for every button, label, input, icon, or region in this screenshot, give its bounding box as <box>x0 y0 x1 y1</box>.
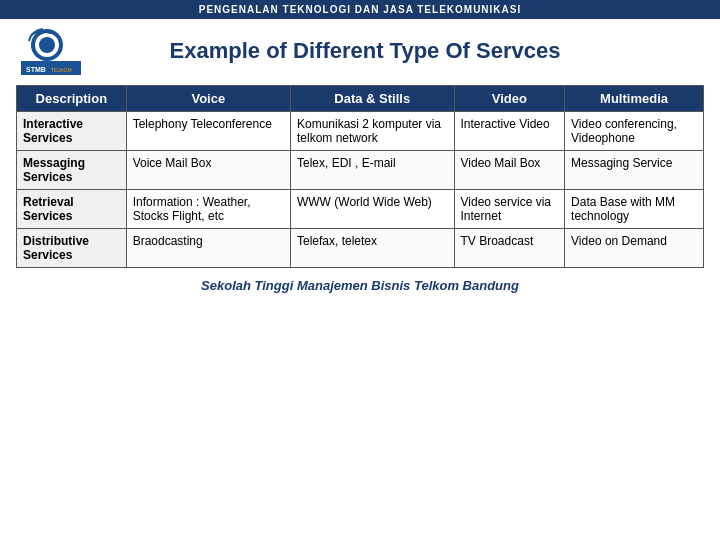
col-header-voice: Voice <box>126 86 290 112</box>
row4-voice: Braodcasting <box>126 229 290 268</box>
page-title: Example of Different Type Of Servces <box>86 38 704 64</box>
row4-video: TV Broadcast <box>454 229 565 268</box>
logo-area: STMB TELKOM <box>16 25 86 77</box>
col-header-data-stills: Data & Stills <box>290 86 454 112</box>
row2-data-stills: Telex, EDI , E-mail <box>290 151 454 190</box>
row2-description: Messaging Services <box>17 151 127 190</box>
row3-voice: Information : Weather, Stocks Flight, et… <box>126 190 290 229</box>
row1-voice: Telephony Teleconference <box>126 112 290 151</box>
table-header-row: Description Voice Data & Stills Video Mu… <box>17 86 704 112</box>
row3-multimedia: Data Base with MM technology <box>565 190 704 229</box>
services-table: Description Voice Data & Stills Video Mu… <box>16 85 704 268</box>
row2-multimedia: Messaging Service <box>565 151 704 190</box>
col-header-multimedia: Multimedia <box>565 86 704 112</box>
row3-data-stills: WWW (World Wide Web) <box>290 190 454 229</box>
table-row: Interactive Services Telephony Teleconfe… <box>17 112 704 151</box>
table-container: Description Voice Data & Stills Video Mu… <box>0 81 720 272</box>
row3-video: Video service via Internet <box>454 190 565 229</box>
row2-video: Video Mail Box <box>454 151 565 190</box>
top-area: STMB TELKOM Example of Different Type Of… <box>0 19 720 81</box>
row1-description: Interactive Services <box>17 112 127 151</box>
footer-text: Sekolah Tinggi Manajemen Bisnis Telkom B… <box>0 278 720 293</box>
row1-data-stills: Komunikasi 2 komputer via telkom network <box>290 112 454 151</box>
table-row: Messaging Services Voice Mail Box Telex,… <box>17 151 704 190</box>
col-header-video: Video <box>454 86 565 112</box>
svg-point-2 <box>39 37 55 53</box>
row2-voice: Voice Mail Box <box>126 151 290 190</box>
row1-video: Interactive Video <box>454 112 565 151</box>
header-title: PENGENALAN TEKNOLOGI DAN JASA TELEKOMUNI… <box>199 4 522 15</box>
stmb-logo: STMB TELKOM <box>21 27 81 75</box>
row3-description: Retrieval Services <box>17 190 127 229</box>
table-row: Distributive Services Braodcasting Telef… <box>17 229 704 268</box>
table-row: Retrieval Services Information : Weather… <box>17 190 704 229</box>
row4-data-stills: Telefax, teletex <box>290 229 454 268</box>
row4-multimedia: Video on Demand <box>565 229 704 268</box>
header-bar: PENGENALAN TEKNOLOGI DAN JASA TELEKOMUNI… <box>0 0 720 19</box>
col-header-description: Description <box>17 86 127 112</box>
svg-text:STMB: STMB <box>26 66 46 73</box>
row4-description: Distributive Services <box>17 229 127 268</box>
row1-multimedia: Video conferencing, Videophone <box>565 112 704 151</box>
svg-text:TELKOM: TELKOM <box>51 67 72 73</box>
